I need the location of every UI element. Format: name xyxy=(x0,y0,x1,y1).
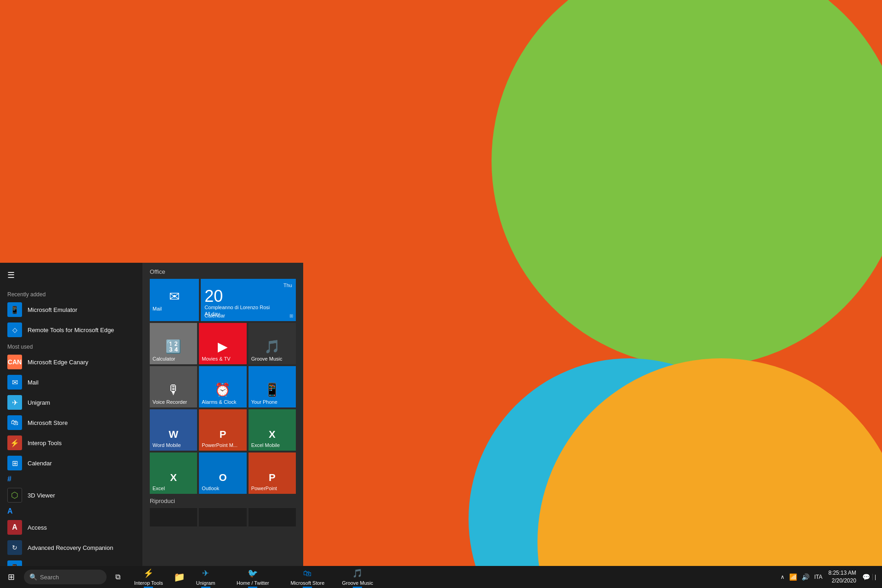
taskbar-app-ms-store[interactable]: 🛍 Microsoft Store xyxy=(285,566,330,588)
tile-calculator[interactable]: 🔢 Calculator xyxy=(150,323,197,364)
tile-calendar[interactable]: Thu 20 Compleanno di Lorenzo Rosi All da… xyxy=(201,279,296,321)
app-label-arc: Advanced Recovery Companion xyxy=(28,544,113,551)
taskbar: ⊞ 🔍 Search ⧉ ⚡ Interop Tools 📁 ✈ Unigram… xyxy=(0,566,882,588)
task-view-icon: ⧉ xyxy=(115,573,120,581)
taskbar-app-unigram[interactable]: ✈ Unigram xyxy=(191,566,221,588)
tile-movies[interactable]: ▶ Movies & TV xyxy=(199,323,246,364)
app-label-microsoft-emulator: Microsoft Emulator xyxy=(28,306,77,313)
app-item-interop-tools[interactable]: ⚡ Interop Tools xyxy=(0,433,142,453)
section-a-label[interactable]: A xyxy=(0,505,142,517)
app-label-mail: Mail xyxy=(28,379,39,386)
taskbar-search-bar[interactable]: 🔍 Search xyxy=(24,570,107,584)
search-placeholder: Search xyxy=(40,574,59,581)
app-item-remote-tools[interactable]: ◇ Remote Tools for Microsoft Edge xyxy=(0,320,142,340)
app-item-access[interactable]: A Access xyxy=(0,517,142,537)
ppt-mobile-tile-icon: P xyxy=(220,429,226,441)
app-item-lumia[interactable]: 📱 Aggiornamenti Lumia xyxy=(0,558,142,566)
volume-icon[interactable]: 🔊 xyxy=(799,573,812,581)
interop-tools-taskbar-icon: ⚡ xyxy=(143,568,153,578)
voice-tile-label: Voice Recorder xyxy=(153,399,194,405)
app-item-microsoft-emulator[interactable]: 📱 Microsoft Emulator xyxy=(0,300,142,320)
circle-green xyxy=(492,0,882,368)
notification-area: ∧ 📶 🔊 ITA xyxy=(778,573,825,581)
taskbar-time: 8:25:13 AM xyxy=(828,569,856,577)
calendar-date-number: 20 xyxy=(204,288,292,305)
tile-voice-recorder[interactable]: 🎙 Voice Recorder xyxy=(150,366,197,407)
start-menu-tiles: Office ✉ Mail Thu 20 Compleanno di Loren… xyxy=(142,263,303,566)
notification-center-button[interactable]: 💬 xyxy=(860,573,872,581)
tile-alarms-clock[interactable]: ⏰ Alarms & Clock xyxy=(199,366,246,407)
ppt-mobile-tile-label: PowerPoint M... xyxy=(202,442,243,448)
app-item-ms-store[interactable]: 🛍 Microsoft Store xyxy=(0,413,142,433)
calendar-tile-label: Calendar xyxy=(204,313,300,318)
excel-tile-icon: X xyxy=(170,472,177,484)
calendar-grid-icon: ⊞ xyxy=(289,313,293,318)
taskbar-clock[interactable]: 8:25:13 AM 2/20/2020 xyxy=(825,569,860,585)
app-item-3dviewer[interactable]: ⬡ 3D Viewer xyxy=(0,485,142,505)
app-label-interop-tools: Interop Tools xyxy=(28,440,62,447)
tile-word-mobile[interactable]: W Word Mobile xyxy=(150,409,197,451)
taskbar-date: 2/20/2020 xyxy=(828,577,856,585)
tile-powerpoint-mobile[interactable]: P PowerPoint M... xyxy=(199,409,246,451)
tile-groove-music[interactable]: 🎵 Groove Music xyxy=(249,323,296,364)
app-label-edge-canary: Microsoft Edge Canary xyxy=(28,359,88,366)
voice-tile-icon: 🎙 xyxy=(167,382,180,397)
section-hash-label[interactable]: # xyxy=(0,473,142,485)
search-icon: 🔍 xyxy=(29,573,37,581)
interop-tools-taskbar-label: Interop Tools xyxy=(134,580,163,586)
tile-riproduci-2[interactable] xyxy=(199,508,246,526)
app-item-edge-canary[interactable]: CAN Microsoft Edge Canary xyxy=(0,352,142,372)
tiles-section-riproduci-label: Riproduci xyxy=(150,498,296,504)
taskbar-app-interop-tools[interactable]: ⚡ Interop Tools xyxy=(129,566,169,588)
movies-tile-icon: ▶ xyxy=(218,339,228,354)
tile-outlook[interactable]: O Outlook xyxy=(199,452,246,494)
powerpoint-tile-label: PowerPoint xyxy=(251,486,293,491)
groove-tile-icon: 🎵 xyxy=(264,339,280,354)
show-desktop-button[interactable]: | xyxy=(872,574,878,580)
excel-mobile-tile-label: Excel Mobile xyxy=(251,442,293,448)
hidden-icons-button[interactable]: ∧ xyxy=(778,574,787,580)
app-icon-mail: ✉ xyxy=(7,375,22,390)
outlook-tile-label: Outlook xyxy=(202,486,243,491)
tiles-row-5: X Excel O Outlook P PowerPoint xyxy=(150,452,296,494)
mail-tile-label: Mail xyxy=(153,306,196,311)
calculator-tile-label: Calculator xyxy=(153,356,194,362)
tile-powerpoint[interactable]: P PowerPoint xyxy=(249,452,296,494)
calendar-event-name: Compleanno di Lorenzo Rosi xyxy=(204,305,292,310)
ms-store-taskbar-label: Microsoft Store xyxy=(290,580,324,586)
excel-tile-label: Excel xyxy=(153,486,194,491)
task-view-button[interactable]: ⧉ xyxy=(107,566,129,588)
tile-riproduci-1[interactable] xyxy=(150,508,197,526)
taskbar-app-file-explorer[interactable]: 📁 xyxy=(169,566,191,588)
tiles-section-office-label: Office xyxy=(150,268,296,275)
language-indicator[interactable]: ITA xyxy=(812,574,825,580)
tile-riproduci-3[interactable] xyxy=(249,508,296,526)
app-list: Recently added 📱 Microsoft Emulator ◇ Re… xyxy=(0,288,142,566)
app-icon-3dviewer: ⬡ xyxy=(7,488,22,503)
unigram-taskbar-icon: ✈ xyxy=(202,568,209,578)
tile-mail[interactable]: ✉ Mail xyxy=(150,279,199,321)
app-item-unigram[interactable]: ✈ Unigram xyxy=(0,392,142,413)
hamburger-menu-button[interactable]: ☰ xyxy=(0,263,142,288)
recently-added-label: Recently added xyxy=(0,288,142,300)
tile-excel[interactable]: X Excel xyxy=(150,452,197,494)
start-button[interactable]: ⊞ xyxy=(0,566,22,588)
file-explorer-taskbar-icon: 📁 xyxy=(174,571,185,582)
powerpoint-tile-icon: P xyxy=(269,472,276,484)
app-item-arc[interactable]: ↻ Advanced Recovery Companion xyxy=(0,537,142,558)
app-label-remote-tools: Remote Tools for Microsoft Edge xyxy=(28,327,114,334)
taskbar-app-groove-music[interactable]: 🎵 Groove Music xyxy=(330,566,385,588)
tile-your-phone[interactable]: 📱 Your Phone xyxy=(249,366,296,407)
taskbar-system-tray: ∧ 📶 🔊 ITA 8:25:13 AM 2/20/2020 💬 | xyxy=(778,569,882,585)
tiles-row-2: 🔢 Calculator ▶ Movies & TV 🎵 Groove Musi… xyxy=(150,323,296,364)
taskbar-app-twitter[interactable]: 🐦 Home / Twitter xyxy=(220,566,285,588)
phone-tile-icon: 📱 xyxy=(264,382,280,397)
app-icon-microsoft-emulator: 📱 xyxy=(7,302,22,317)
app-icon-access: A xyxy=(7,520,22,535)
tile-excel-mobile[interactable]: X Excel Mobile xyxy=(249,409,296,451)
app-item-mail[interactable]: ✉ Mail xyxy=(0,372,142,392)
app-item-calendar[interactable]: ⊞ Calendar xyxy=(0,453,142,473)
network-icon[interactable]: 📶 xyxy=(787,573,799,581)
start-menu: ☰ Recently added 📱 Microsoft Emulator ◇ … xyxy=(0,263,303,566)
phone-tile-label: Your Phone xyxy=(251,399,293,405)
